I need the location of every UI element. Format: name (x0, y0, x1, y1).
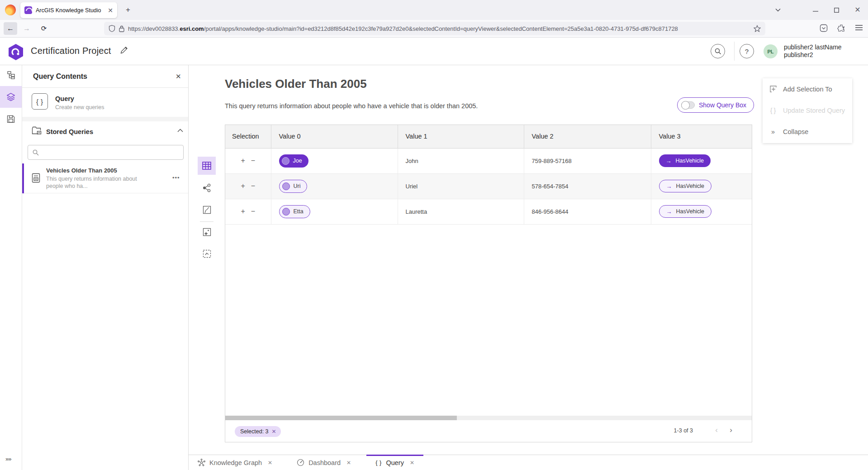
view-table-button[interactable] (198, 157, 216, 175)
rail-project-hierarchy-button[interactable] (0, 64, 22, 86)
clear-selection-icon[interactable]: ✕ (272, 428, 276, 435)
tab-close-icon[interactable]: ✕ (268, 460, 272, 466)
header-search-button[interactable] (711, 44, 725, 58)
expand-rail-chevrons-icon[interactable]: »» (5, 456, 11, 462)
cell-value2[interactable]: 578-654-7854 (524, 173, 651, 199)
cell-value1[interactable]: Uriel (398, 173, 524, 199)
edit-title-pencil-icon[interactable] (120, 46, 128, 54)
entity-dot-icon (282, 182, 290, 190)
tab-knowledge-graph[interactable]: Knowledge Graph ✕ (189, 455, 281, 470)
show-query-box-label: Show Query Box (699, 101, 746, 109)
stored-queries-title: Stored Queries (46, 128, 93, 135)
view-link-chart-button[interactable] (198, 179, 216, 197)
new-map-from-selection-button[interactable] (198, 223, 216, 241)
tab-close-icon[interactable]: ✕ (410, 460, 414, 466)
pocket-icon[interactable] (820, 24, 828, 32)
add-to-selection-plus-icon[interactable]: + (241, 182, 245, 190)
add-to-selection-plus-icon[interactable]: + (241, 207, 245, 216)
table-row: +− Uri Uriel 578-654-7854 →HasVehicle (225, 173, 752, 199)
cell-value2[interactable]: 759-889-57168 (524, 148, 651, 173)
menu-item-add-selection-to[interactable]: Add Selection To (763, 78, 852, 100)
user-avatar[interactable]: PL (764, 44, 778, 58)
cell-value1[interactable]: Lauretta (398, 199, 524, 224)
user-info[interactable]: publisher2 lastName publisher2 (784, 43, 842, 59)
horizontal-scrollbar-thumb[interactable] (225, 416, 457, 420)
search-input[interactable] (43, 149, 179, 156)
window-maximize-button[interactable] (826, 0, 847, 20)
stored-query-options-ellipsis-icon[interactable]: ••• (172, 174, 180, 181)
selected-indicator-bar (22, 163, 24, 193)
col-header-value1[interactable]: Value 1 (398, 125, 524, 148)
remove-from-selection-minus-icon[interactable]: − (251, 182, 255, 190)
entity-pill[interactable]: Uri (279, 180, 308, 193)
pagination-prev-icon[interactable]: ‹ (715, 426, 718, 435)
stored-queries-collapse-chevron-icon[interactable] (177, 129, 183, 132)
tab-dashboard[interactable]: Dashboard ✕ (288, 455, 360, 470)
relationship-pill[interactable]: →HasVehicle (659, 205, 712, 218)
bookmark-star-icon[interactable] (754, 25, 761, 32)
rail-contents-button[interactable] (0, 86, 22, 108)
arrow-right-icon: → (666, 158, 672, 164)
bottom-tab-bar: Knowledge Graph ✕ Dashboard ✕ { } Query … (189, 455, 868, 470)
arcgis-favicon-icon (24, 6, 32, 14)
knowledge-graph-icon (198, 459, 205, 466)
save-icon (7, 115, 15, 123)
show-query-box-toggle[interactable]: Show Query Box (677, 97, 754, 113)
col-header-value0[interactable]: Value 0 (271, 125, 398, 148)
help-button[interactable]: ? (740, 44, 754, 58)
stored-query-title: Vehicles Older Than 2005 (46, 167, 117, 174)
header-divider (734, 42, 735, 61)
cell-value2[interactable]: 846-956-8644 (524, 199, 651, 224)
stored-queries-search[interactable] (28, 145, 184, 160)
menu-item-update-stored-query[interactable]: { } Update Stored Query (763, 100, 852, 121)
window-close-button[interactable]: ✕ (847, 0, 868, 20)
add-selection-icon (769, 85, 777, 93)
col-header-selection[interactable]: Selection (225, 125, 271, 148)
browser-tab[interactable]: ArcGIS Knowledge Studio ✕ (20, 2, 117, 18)
tab-list-chevron-icon[interactable] (768, 0, 788, 20)
shield-icon[interactable] (109, 25, 115, 32)
relationship-pill[interactable]: →HasVehicle (659, 154, 711, 167)
tab-close-icon[interactable]: ✕ (346, 460, 351, 466)
user-name: publisher2 lastName (784, 43, 842, 51)
pagination-next-icon[interactable]: › (730, 426, 732, 435)
rail-save-button[interactable] (0, 108, 22, 130)
divider (22, 87, 188, 88)
double-chevron-right-icon: » (769, 128, 777, 135)
query-item-title: Query (55, 95, 74, 102)
panel-close-icon[interactable]: ✕ (175, 72, 181, 81)
firefox-menu-icon[interactable] (5, 5, 16, 15)
browser-back-button[interactable]: ← (4, 22, 17, 35)
window-minimize-button[interactable] (805, 0, 826, 20)
table-footer: Selected: 3✕ 1-3 of 3 ‹ › (225, 420, 752, 442)
menu-item-collapse[interactable]: » Collapse (763, 121, 852, 142)
view-map-button[interactable] (198, 201, 216, 219)
selected-count-chip[interactable]: Selected: 3✕ (235, 426, 281, 437)
braces-icon: { } (769, 107, 777, 114)
toggle-track[interactable] (681, 101, 695, 109)
add-to-selection-plus-icon[interactable]: + (241, 157, 245, 165)
stored-query-description: This query returns information about peo… (46, 175, 146, 190)
tab-close-icon[interactable]: ✕ (108, 7, 113, 14)
url-bar[interactable]: https://dev0028833.esri.com/portal/apps/… (104, 22, 765, 35)
col-header-value2[interactable]: Value 2 (524, 125, 651, 148)
entity-pill[interactable]: Joe (279, 154, 308, 168)
extensions-puzzle-icon[interactable] (837, 24, 845, 32)
stored-query-doc-icon (32, 173, 40, 183)
lock-icon[interactable] (119, 25, 124, 32)
toggle-knob (681, 101, 690, 110)
selection-tools-button[interactable] (198, 245, 216, 263)
browser-forward-button[interactable]: → (20, 22, 33, 35)
cell-value1[interactable]: John (398, 148, 524, 173)
query-list-item[interactable] (22, 89, 188, 117)
new-tab-button[interactable]: + (126, 6, 130, 14)
relationship-pill[interactable]: →HasVehicle (659, 180, 712, 192)
tab-query[interactable]: { } Query ✕ (366, 455, 423, 470)
entity-dot-icon (282, 208, 290, 216)
entity-pill[interactable]: Etta (279, 205, 310, 218)
remove-from-selection-minus-icon[interactable]: − (251, 157, 255, 165)
hamburger-menu-icon[interactable] (855, 24, 863, 31)
browser-reload-button[interactable]: ⟳ (37, 22, 51, 35)
col-header-value3[interactable]: Value 3 (651, 125, 752, 148)
remove-from-selection-minus-icon[interactable]: − (251, 207, 255, 216)
